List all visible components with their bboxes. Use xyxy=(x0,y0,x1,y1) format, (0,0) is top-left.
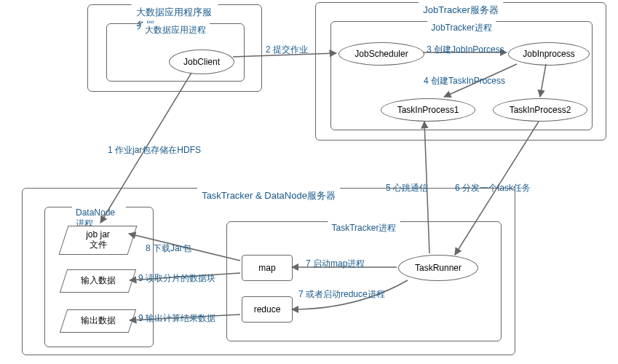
edge-5-label: 5 心跳通信 xyxy=(386,182,428,194)
taskinprocess1-node: TaskInProcess1 xyxy=(381,98,475,122)
app-proc-title: 大数据应用进程 xyxy=(141,23,210,37)
map-node: map xyxy=(242,255,293,281)
jobjar-node: job jar 文件 xyxy=(63,226,132,255)
edge-4-label: 4 创建TaskInProcess xyxy=(424,75,505,87)
taskrunner-label: TaskRunner xyxy=(415,263,461,273)
datanode-proc-box: DataNode进程 job jar 文件 输入数据 输出数据 xyxy=(44,207,154,347)
edge-8-label: 8 下载Jar包 xyxy=(146,242,191,255)
map-label: map xyxy=(258,263,275,273)
inputdata-node: 输入数据 xyxy=(63,269,132,293)
inputdata-label: 输入数据 xyxy=(81,276,116,286)
tasktracker-server-box: TaskTracker & DataNode服务器 DataNode进程 job… xyxy=(22,188,515,355)
edge-1-label: 1 作业jar包存储在HDFS xyxy=(108,144,201,157)
tasktracker-proc-box: TaskTracker进程 map reduce TaskRunner xyxy=(226,221,502,341)
tasktracker-proc-title: TaskTracker进程 xyxy=(328,221,400,235)
edge-7a-label: 7 启动map进程 xyxy=(306,258,365,270)
edge-9b-label: 9 输出计算结果数据 xyxy=(138,312,215,325)
jobtracker-server-box: JobTracker服务器 JobTracker进程 JobScheduler … xyxy=(315,2,606,141)
app-server-box: 大数据应用程序服务器 大数据应用进程 JobClient xyxy=(87,4,262,92)
jobtracker-server-title: JobTracker服务器 xyxy=(419,2,503,18)
jobclient-node: JobClient xyxy=(169,50,234,74)
taskrunner-node: TaskRunner xyxy=(398,255,478,281)
jobclient-label: JobClient xyxy=(183,57,220,67)
edge-7b-label: 7 或者启动reduce进程 xyxy=(298,288,385,301)
taskinprocess1-label: TaskInProcess1 xyxy=(397,105,459,115)
edge-6-label: 6 分发一个task任务 xyxy=(455,182,531,194)
taskinprocess2-label: TaskInProcess2 xyxy=(510,105,571,115)
edge-2-label: 2 提交作业 xyxy=(266,44,308,56)
jobinprocess-node: JobInprocess xyxy=(508,42,590,66)
jobscheduler-node: JobScheduler xyxy=(338,42,424,66)
jobtracker-proc-title: JobTracker进程 xyxy=(427,21,496,35)
jobinprocess-label: JobInprocess xyxy=(523,49,574,59)
jobjar-label: job jar 文件 xyxy=(86,230,110,250)
taskinprocess2-node: TaskInProcess2 xyxy=(493,98,587,122)
edge-9a-label: 9 读取分片的数据块 xyxy=(138,272,215,285)
app-proc-box: 大数据应用进程 JobClient xyxy=(106,23,245,82)
reduce-node: reduce xyxy=(242,296,293,323)
jobscheduler-label: JobScheduler xyxy=(354,49,408,59)
edge-3-label: 3 创建JobInPorcess xyxy=(427,44,504,56)
tasktracker-server-title: TaskTracker & DataNode服务器 xyxy=(197,188,340,204)
reduce-label: reduce xyxy=(254,304,281,314)
outputdata-label: 输出数据 xyxy=(81,316,116,326)
outputdata-node: 输出数据 xyxy=(63,309,132,333)
